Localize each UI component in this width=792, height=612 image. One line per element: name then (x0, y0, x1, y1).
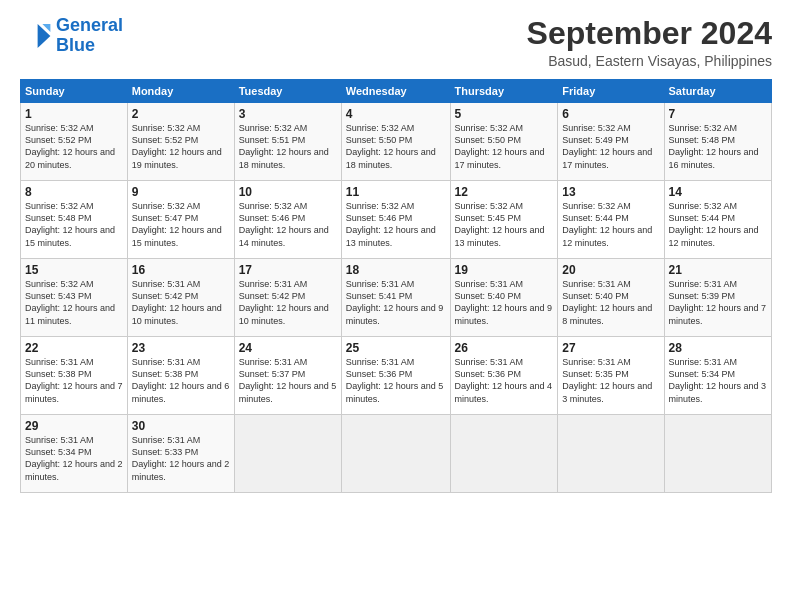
calendar-cell: 23Sunrise: 5:31 AM Sunset: 5:38 PM Dayli… (127, 337, 234, 415)
day-info: Sunrise: 5:31 AM Sunset: 5:34 PM Dayligh… (25, 434, 123, 483)
day-number: 25 (346, 341, 446, 355)
day-number: 21 (669, 263, 767, 277)
calendar-cell: 17Sunrise: 5:31 AM Sunset: 5:42 PM Dayli… (234, 259, 341, 337)
day-number: 5 (455, 107, 554, 121)
day-number: 4 (346, 107, 446, 121)
calendar-cell: 15Sunrise: 5:32 AM Sunset: 5:43 PM Dayli… (21, 259, 128, 337)
col-monday: Monday (127, 80, 234, 103)
day-info: Sunrise: 5:31 AM Sunset: 5:35 PM Dayligh… (562, 356, 659, 405)
calendar-cell: 13Sunrise: 5:32 AM Sunset: 5:44 PM Dayli… (558, 181, 664, 259)
day-info: Sunrise: 5:32 AM Sunset: 5:44 PM Dayligh… (669, 200, 767, 249)
calendar-cell: 10Sunrise: 5:32 AM Sunset: 5:46 PM Dayli… (234, 181, 341, 259)
day-info: Sunrise: 5:32 AM Sunset: 5:52 PM Dayligh… (132, 122, 230, 171)
calendar-cell: 6Sunrise: 5:32 AM Sunset: 5:49 PM Daylig… (558, 103, 664, 181)
calendar-cell (558, 415, 664, 493)
calendar-cell: 8Sunrise: 5:32 AM Sunset: 5:48 PM Daylig… (21, 181, 128, 259)
day-number: 2 (132, 107, 230, 121)
day-info: Sunrise: 5:32 AM Sunset: 5:46 PM Dayligh… (346, 200, 446, 249)
col-sunday: Sunday (21, 80, 128, 103)
calendar-cell: 18Sunrise: 5:31 AM Sunset: 5:41 PM Dayli… (341, 259, 450, 337)
day-number: 1 (25, 107, 123, 121)
day-info: Sunrise: 5:31 AM Sunset: 5:42 PM Dayligh… (132, 278, 230, 327)
day-info: Sunrise: 5:32 AM Sunset: 5:44 PM Dayligh… (562, 200, 659, 249)
day-info: Sunrise: 5:32 AM Sunset: 5:47 PM Dayligh… (132, 200, 230, 249)
calendar-cell: 4Sunrise: 5:32 AM Sunset: 5:50 PM Daylig… (341, 103, 450, 181)
day-number: 8 (25, 185, 123, 199)
calendar-cell: 3Sunrise: 5:32 AM Sunset: 5:51 PM Daylig… (234, 103, 341, 181)
day-info: Sunrise: 5:31 AM Sunset: 5:37 PM Dayligh… (239, 356, 337, 405)
calendar-cell (341, 415, 450, 493)
logo-general: General (56, 15, 123, 35)
day-number: 29 (25, 419, 123, 433)
calendar-cell: 19Sunrise: 5:31 AM Sunset: 5:40 PM Dayli… (450, 259, 558, 337)
calendar-cell: 22Sunrise: 5:31 AM Sunset: 5:38 PM Dayli… (21, 337, 128, 415)
day-info: Sunrise: 5:32 AM Sunset: 5:48 PM Dayligh… (669, 122, 767, 171)
calendar-cell: 5Sunrise: 5:32 AM Sunset: 5:50 PM Daylig… (450, 103, 558, 181)
calendar-cell: 27Sunrise: 5:31 AM Sunset: 5:35 PM Dayli… (558, 337, 664, 415)
day-info: Sunrise: 5:31 AM Sunset: 5:40 PM Dayligh… (562, 278, 659, 327)
calendar-cell: 29Sunrise: 5:31 AM Sunset: 5:34 PM Dayli… (21, 415, 128, 493)
col-wednesday: Wednesday (341, 80, 450, 103)
calendar-week-2: 8Sunrise: 5:32 AM Sunset: 5:48 PM Daylig… (21, 181, 772, 259)
day-number: 26 (455, 341, 554, 355)
col-friday: Friday (558, 80, 664, 103)
day-info: Sunrise: 5:31 AM Sunset: 5:42 PM Dayligh… (239, 278, 337, 327)
day-number: 12 (455, 185, 554, 199)
day-info: Sunrise: 5:32 AM Sunset: 5:49 PM Dayligh… (562, 122, 659, 171)
calendar-cell (234, 415, 341, 493)
day-info: Sunrise: 5:31 AM Sunset: 5:36 PM Dayligh… (346, 356, 446, 405)
day-info: Sunrise: 5:31 AM Sunset: 5:38 PM Dayligh… (25, 356, 123, 405)
col-thursday: Thursday (450, 80, 558, 103)
calendar-cell: 24Sunrise: 5:31 AM Sunset: 5:37 PM Dayli… (234, 337, 341, 415)
calendar-cell (664, 415, 771, 493)
calendar-week-3: 15Sunrise: 5:32 AM Sunset: 5:43 PM Dayli… (21, 259, 772, 337)
day-number: 10 (239, 185, 337, 199)
calendar-cell: 28Sunrise: 5:31 AM Sunset: 5:34 PM Dayli… (664, 337, 771, 415)
header: General Blue September 2024 Basud, Easte… (20, 16, 772, 69)
day-number: 7 (669, 107, 767, 121)
calendar-cell: 1Sunrise: 5:32 AM Sunset: 5:52 PM Daylig… (21, 103, 128, 181)
col-saturday: Saturday (664, 80, 771, 103)
day-info: Sunrise: 5:32 AM Sunset: 5:45 PM Dayligh… (455, 200, 554, 249)
calendar-cell: 11Sunrise: 5:32 AM Sunset: 5:46 PM Dayli… (341, 181, 450, 259)
location: Basud, Eastern Visayas, Philippines (527, 53, 772, 69)
calendar-week-1: 1Sunrise: 5:32 AM Sunset: 5:52 PM Daylig… (21, 103, 772, 181)
day-info: Sunrise: 5:32 AM Sunset: 5:46 PM Dayligh… (239, 200, 337, 249)
header-row: Sunday Monday Tuesday Wednesday Thursday… (21, 80, 772, 103)
day-number: 18 (346, 263, 446, 277)
calendar-cell: 25Sunrise: 5:31 AM Sunset: 5:36 PM Dayli… (341, 337, 450, 415)
day-number: 16 (132, 263, 230, 277)
day-info: Sunrise: 5:32 AM Sunset: 5:52 PM Dayligh… (25, 122, 123, 171)
day-info: Sunrise: 5:31 AM Sunset: 5:38 PM Dayligh… (132, 356, 230, 405)
calendar-cell: 16Sunrise: 5:31 AM Sunset: 5:42 PM Dayli… (127, 259, 234, 337)
day-info: Sunrise: 5:31 AM Sunset: 5:34 PM Dayligh… (669, 356, 767, 405)
day-info: Sunrise: 5:31 AM Sunset: 5:41 PM Dayligh… (346, 278, 446, 327)
day-info: Sunrise: 5:31 AM Sunset: 5:36 PM Dayligh… (455, 356, 554, 405)
calendar-cell: 7Sunrise: 5:32 AM Sunset: 5:48 PM Daylig… (664, 103, 771, 181)
day-number: 6 (562, 107, 659, 121)
day-number: 17 (239, 263, 337, 277)
day-number: 30 (132, 419, 230, 433)
logo-text: General Blue (56, 16, 123, 56)
day-info: Sunrise: 5:32 AM Sunset: 5:43 PM Dayligh… (25, 278, 123, 327)
logo-icon (20, 20, 52, 52)
day-number: 24 (239, 341, 337, 355)
calendar-week-4: 22Sunrise: 5:31 AM Sunset: 5:38 PM Dayli… (21, 337, 772, 415)
col-tuesday: Tuesday (234, 80, 341, 103)
title-block: September 2024 Basud, Eastern Visayas, P… (527, 16, 772, 69)
calendar-cell: 9Sunrise: 5:32 AM Sunset: 5:47 PM Daylig… (127, 181, 234, 259)
month-title: September 2024 (527, 16, 772, 51)
day-number: 27 (562, 341, 659, 355)
calendar-cell: 21Sunrise: 5:31 AM Sunset: 5:39 PM Dayli… (664, 259, 771, 337)
day-info: Sunrise: 5:32 AM Sunset: 5:51 PM Dayligh… (239, 122, 337, 171)
calendar-cell: 2Sunrise: 5:32 AM Sunset: 5:52 PM Daylig… (127, 103, 234, 181)
day-number: 13 (562, 185, 659, 199)
calendar-cell (450, 415, 558, 493)
calendar-cell: 30Sunrise: 5:31 AM Sunset: 5:33 PM Dayli… (127, 415, 234, 493)
day-info: Sunrise: 5:32 AM Sunset: 5:50 PM Dayligh… (346, 122, 446, 171)
day-number: 15 (25, 263, 123, 277)
day-number: 14 (669, 185, 767, 199)
day-number: 20 (562, 263, 659, 277)
day-number: 23 (132, 341, 230, 355)
calendar-body: 1Sunrise: 5:32 AM Sunset: 5:52 PM Daylig… (21, 103, 772, 493)
